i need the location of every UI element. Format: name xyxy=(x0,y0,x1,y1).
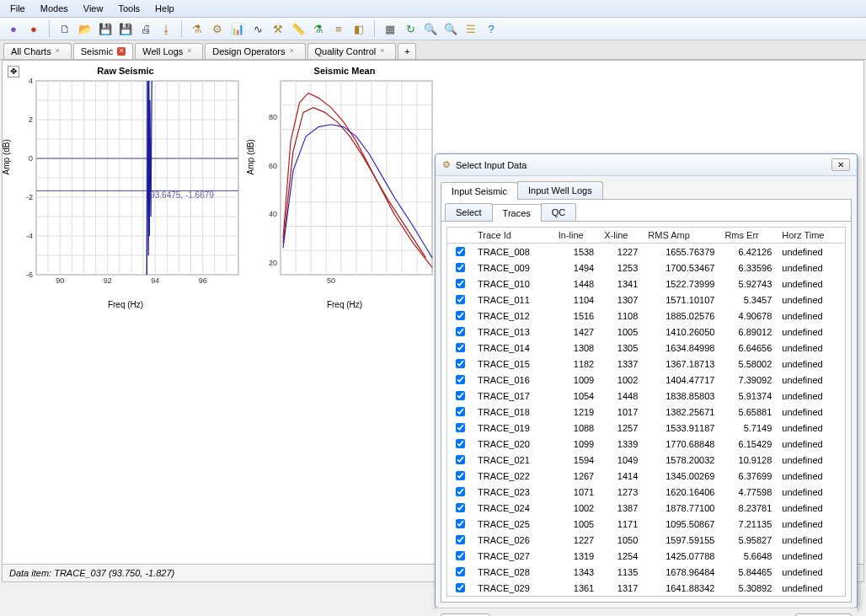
tab-close-icon[interactable]: × xyxy=(380,47,388,56)
cube-icon[interactable]: ◧ xyxy=(350,20,367,37)
table-row[interactable]: TRACE_008153812271655.763796.42126undefi… xyxy=(447,244,845,260)
tab-close-icon[interactable]: × xyxy=(56,47,64,56)
layers-icon[interactable]: ≡ xyxy=(330,20,347,37)
menu-tools[interactable]: Tools xyxy=(111,2,147,15)
menu-view[interactable]: View xyxy=(77,2,110,15)
table-row[interactable]: TRACE_029136113171641.883425.30892undefi… xyxy=(447,580,845,596)
table-row[interactable]: TRACE_015118213371367.187135.58002undefi… xyxy=(447,356,845,372)
save-icon[interactable]: 💾 xyxy=(97,20,114,37)
waveform-icon[interactable]: ∿ xyxy=(249,20,266,37)
chart-plot[interactable]: 90929496-6-4-2024 xyxy=(8,78,243,297)
open-folder-icon[interactable]: 📂 xyxy=(77,20,94,37)
menu-modes[interactable]: Modes xyxy=(34,2,75,15)
tab-design-operators[interactable]: Design Operators× xyxy=(205,43,305,59)
table-row[interactable]: TRACE_018121910171382.256715.65881undefi… xyxy=(447,404,845,420)
chart-plot[interactable]: 5020406080 xyxy=(252,78,437,297)
inner-tab-qc[interactable]: QC xyxy=(541,203,577,221)
tab-seismic[interactable]: Seismic× xyxy=(73,43,134,59)
col-in-line[interactable]: In-line xyxy=(553,228,599,244)
table-row[interactable]: TRACE_021159410491578.2003210.9128undefi… xyxy=(447,452,845,468)
sliders-icon[interactable]: ⚒ xyxy=(270,20,286,37)
row-checkbox[interactable] xyxy=(456,407,465,416)
grid-icon[interactable]: ▦ xyxy=(382,20,398,37)
row-checkbox[interactable] xyxy=(456,503,465,512)
row-checkbox[interactable] xyxy=(456,279,465,288)
row-checkbox[interactable] xyxy=(456,583,465,592)
table-row[interactable]: TRACE_013142710051410.260506.89012undefi… xyxy=(447,324,845,340)
col-trace-id[interactable]: Trace Id xyxy=(473,228,553,244)
row-checkbox[interactable] xyxy=(456,519,465,528)
table-row[interactable]: TRACE_009149412531700.534676.33596undefi… xyxy=(447,260,845,276)
row-checkbox[interactable] xyxy=(456,455,465,464)
row-checkbox[interactable] xyxy=(456,551,465,560)
add-tab-button[interactable]: + xyxy=(398,43,416,59)
inner-tab-select[interactable]: Select xyxy=(445,203,493,221)
tab-well-logs[interactable]: Well Logs× xyxy=(135,43,203,59)
table-row[interactable]: TRACE_010144813411522.739995.92743undefi… xyxy=(447,276,845,292)
table-row[interactable]: TRACE_023107112731620.164064.77598undefi… xyxy=(447,484,845,500)
refresh-icon[interactable]: ↻ xyxy=(402,20,419,37)
table-row[interactable]: TRACE_012151611081885.025764.90678undefi… xyxy=(447,308,845,324)
menu-file[interactable]: File xyxy=(3,2,32,15)
col-horz-time[interactable]: Horz Time xyxy=(777,228,845,244)
table-row[interactable]: TRACE_014130813051634.849986.64656undefi… xyxy=(447,340,845,356)
dialog-close-x[interactable]: ✕ xyxy=(831,158,850,171)
col-rms-amp[interactable]: RMS Amp xyxy=(643,228,719,244)
gears-icon[interactable]: ⚙ xyxy=(209,20,226,37)
export-icon[interactable]: ⭳ xyxy=(158,20,174,37)
col-x-line[interactable]: X-line xyxy=(599,228,643,244)
tab-close-icon[interactable]: × xyxy=(187,47,195,56)
sphere-red-icon[interactable]: ● xyxy=(25,20,42,37)
tab-quality-control[interactable]: Quality Control× xyxy=(307,43,397,59)
dialog-titlebar[interactable]: ⚙ Select Input Data ✕ xyxy=(436,154,857,176)
table-row[interactable]: TRACE_011110413071571.101075.3457undefin… xyxy=(447,292,845,308)
row-checkbox[interactable] xyxy=(456,471,465,480)
x-axis-label: Freq (Hz) xyxy=(8,300,243,309)
tab-close-icon[interactable]: × xyxy=(117,47,126,56)
row-checkbox[interactable] xyxy=(456,327,465,336)
row-checkbox[interactable] xyxy=(456,263,465,272)
zoom-in-icon[interactable]: 🔍 xyxy=(422,20,439,37)
col-rms-err[interactable]: Rms Err xyxy=(719,228,777,244)
print-icon[interactable]: 🖨 xyxy=(137,20,154,37)
table-row[interactable]: TRACE_026122710501597.591555.95827undefi… xyxy=(447,532,845,548)
traces-table-wrap[interactable]: Trace IdIn-lineX-lineRMS AmpRms ErrHorz … xyxy=(446,227,846,597)
wizard-icon[interactable]: ⚗ xyxy=(189,20,206,37)
row-checkbox[interactable] xyxy=(456,567,465,576)
ruler-icon[interactable]: 📏 xyxy=(290,20,307,37)
row-checkbox[interactable] xyxy=(456,343,465,352)
new-doc-icon[interactable]: 🗋 xyxy=(56,20,73,37)
flask-icon[interactable]: ⚗ xyxy=(310,20,327,37)
outer-tab-input-well-logs[interactable]: Input Well Logs xyxy=(517,181,603,199)
table-row[interactable]: TRACE_025100511711095.508677.21135undefi… xyxy=(447,516,845,532)
table-row[interactable]: TRACE_028134311351678.964845.84465undefi… xyxy=(447,564,845,580)
table-row[interactable]: TRACE_017105414481838.858035.91374undefi… xyxy=(447,388,845,404)
table-row[interactable]: TRACE_024100213871878.771008.23781undefi… xyxy=(447,500,845,516)
outer-tab-input-seismic[interactable]: Input Seismic xyxy=(441,182,518,200)
row-checkbox[interactable] xyxy=(456,535,465,544)
zoom-out-icon[interactable]: 🔍 xyxy=(442,20,459,37)
row-checkbox[interactable] xyxy=(456,359,465,368)
row-checkbox[interactable] xyxy=(456,295,465,304)
row-checkbox[interactable] xyxy=(456,247,465,256)
table-row[interactable]: TRACE_022126714141345.002696.37699undefi… xyxy=(447,468,845,484)
row-checkbox[interactable] xyxy=(456,311,465,320)
tab-all-charts[interactable]: All Charts× xyxy=(3,43,72,59)
row-checkbox[interactable] xyxy=(456,391,465,400)
row-checkbox[interactable] xyxy=(456,487,465,496)
row-checkbox[interactable] xyxy=(456,375,465,384)
sphere-purple-icon[interactable]: ● xyxy=(5,20,22,37)
row-checkbox[interactable] xyxy=(456,423,465,432)
save-all-icon[interactable]: 💾 xyxy=(117,20,134,37)
help-icon[interactable]: ? xyxy=(483,20,500,37)
table-row[interactable]: TRACE_019108812571533.911875.7149undefin… xyxy=(447,420,845,436)
inner-tab-traces[interactable]: Traces xyxy=(492,204,542,222)
table-row[interactable]: TRACE_016100910021404.477177.39092undefi… xyxy=(447,372,845,388)
stack-icon[interactable]: ☰ xyxy=(462,20,479,37)
table-row[interactable]: TRACE_020109913391770.688486.15429undefi… xyxy=(447,436,845,452)
tab-close-icon[interactable]: × xyxy=(290,47,298,56)
chart-icon[interactable]: 📊 xyxy=(229,20,246,37)
row-checkbox[interactable] xyxy=(456,439,465,448)
table-row[interactable]: TRACE_027131912541425.077885.6648undefin… xyxy=(447,548,845,564)
menu-help[interactable]: Help xyxy=(148,2,181,15)
